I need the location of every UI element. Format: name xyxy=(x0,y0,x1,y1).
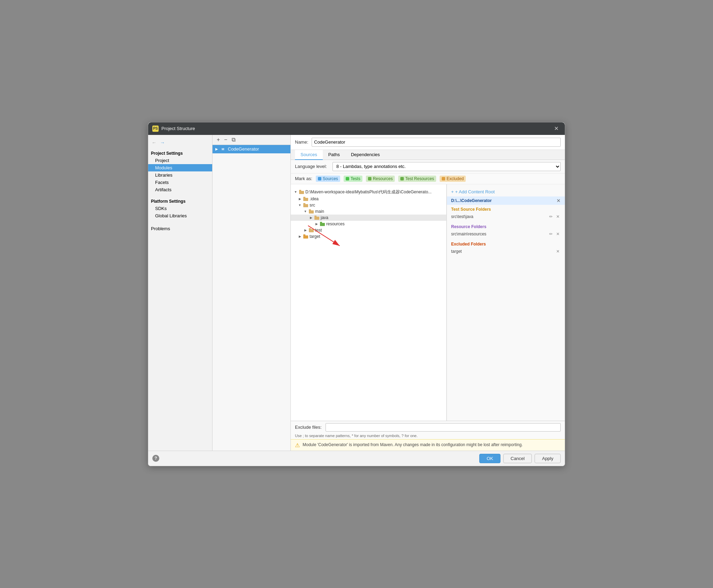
sidebar-item-problems[interactable]: Problems xyxy=(148,225,212,232)
plus-icon: + xyxy=(451,189,454,194)
mark-as-sources-button[interactable]: Sources xyxy=(316,176,340,182)
dialog-body: ← → Project Settings Project Modules Lib… xyxy=(148,135,565,451)
dialog-title: Project Structure xyxy=(161,126,195,131)
mark-as-excluded-button[interactable]: Excluded xyxy=(440,176,466,182)
target-expand-icon: ▶ xyxy=(298,234,302,239)
edit-test-source-button[interactable]: ✏ xyxy=(548,214,554,219)
src-folder-icon xyxy=(303,203,308,207)
tabs-row: Sources Paths Dependencies xyxy=(291,150,565,160)
sidebar-item-project[interactable]: Project xyxy=(148,157,212,164)
src-label: src xyxy=(310,203,315,208)
tree-node-main[interactable]: ▼ main xyxy=(291,208,446,215)
svg-rect-5 xyxy=(303,197,305,198)
sidebar-item-modules[interactable]: Modules xyxy=(148,164,212,171)
sources-badge-label: Sources xyxy=(323,176,338,181)
resources-badge-label: Resources xyxy=(373,176,393,181)
java-expand-icon: ▶ xyxy=(309,216,313,220)
title-bar: PS Project Structure ✕ xyxy=(148,122,565,135)
resources-label: resources xyxy=(326,221,345,226)
right-panel: + + Add Content Root D:\...\CodeGenerato… xyxy=(447,184,565,421)
module-item-codegenerator[interactable]: ▶ M CodeGenerator xyxy=(213,145,290,153)
exclude-files-row: Exclude files: xyxy=(291,421,565,434)
tab-paths[interactable]: Paths xyxy=(323,150,345,160)
ok-button[interactable]: OK xyxy=(479,454,500,463)
close-button[interactable]: ✕ xyxy=(552,124,561,132)
root-expand-icon: ▼ xyxy=(294,190,298,194)
module-list-area: + − ⧉ ▶ M CodeGenerator xyxy=(213,135,291,451)
name-row: Name: xyxy=(291,135,565,150)
remove-test-source-button[interactable]: ✕ xyxy=(555,214,561,219)
resources-dot-icon xyxy=(368,177,371,180)
tree-node-resources[interactable]: ▶ resources xyxy=(291,221,446,227)
remove-module-button[interactable]: − xyxy=(223,136,229,143)
tests-dot-icon xyxy=(346,177,349,180)
test-resources-dot-icon xyxy=(400,177,404,180)
add-content-root-button[interactable]: + + Add Content Root xyxy=(447,187,565,196)
copy-module-button[interactable]: ⧉ xyxy=(230,136,237,143)
content-root-path: D:\...\CodeGenerator xyxy=(451,198,492,203)
tree-node-src[interactable]: ▼ src xyxy=(291,202,446,208)
back-button[interactable]: ← xyxy=(151,139,157,146)
sidebar-item-artifacts[interactable]: Artifacts xyxy=(148,186,212,193)
remove-excluded-button[interactable]: ✕ xyxy=(555,249,561,254)
help-button[interactable]: ? xyxy=(152,455,159,462)
add-content-root-label: + Add Content Root xyxy=(455,189,495,194)
svg-rect-4 xyxy=(303,198,308,201)
main-panel: Name: Sources Paths Dependencies Languag… xyxy=(291,135,565,451)
excluded-entry: target ✕ xyxy=(451,248,561,255)
module-icon: M xyxy=(220,146,226,152)
remove-resource-button[interactable]: ✕ xyxy=(555,231,561,237)
sidebar-item-libraries[interactable]: Libraries xyxy=(148,171,212,179)
add-module-button[interactable]: + xyxy=(215,136,221,143)
resource-entry: src\main\resources ✏ ✕ xyxy=(451,231,561,237)
java-folder-icon xyxy=(314,216,319,220)
edit-resource-button[interactable]: ✏ xyxy=(548,231,554,237)
svg-rect-14 xyxy=(309,229,314,232)
java-label: java xyxy=(321,215,328,220)
sidebar-item-facets[interactable]: Facets xyxy=(148,179,212,186)
idea-expand-icon: ▶ xyxy=(298,197,302,201)
test-folder-icon xyxy=(309,228,314,232)
sidebar-item-sdks[interactable]: SDKs xyxy=(148,205,212,212)
exclude-files-input[interactable] xyxy=(326,423,561,432)
module-label: CodeGenerator xyxy=(228,146,259,152)
mark-as-row: Mark as: Sources Tests Resources xyxy=(291,174,565,184)
apply-button[interactable]: Apply xyxy=(535,454,561,463)
resource-path: src\main\resources xyxy=(451,232,486,236)
tab-sources[interactable]: Sources xyxy=(295,150,323,160)
svg-rect-12 xyxy=(320,223,325,226)
forward-button[interactable]: → xyxy=(159,139,166,146)
exclude-hint: Use ; to separate name patterns, * for a… xyxy=(291,434,565,439)
svg-rect-7 xyxy=(303,203,305,204)
resources-folder-icon xyxy=(320,222,325,226)
bottom-area: Exclude files: Use ; to separate name pa… xyxy=(291,421,565,451)
mark-as-test-resources-button[interactable]: Test Resources xyxy=(398,176,436,182)
name-input[interactable] xyxy=(312,138,561,147)
sidebar-item-global-libraries[interactable]: Global Libraries xyxy=(148,212,212,219)
excluded-path: target xyxy=(451,249,462,254)
content-root-close-button[interactable]: ✕ xyxy=(556,198,561,203)
main-label: main xyxy=(315,209,324,214)
tab-dependencies[interactable]: Dependencies xyxy=(345,150,385,160)
language-level-select[interactable]: 8 - Lambdas, type annotations etc. 11 - … xyxy=(333,162,561,171)
file-tree: ▼ D:\Maven-workspace-idea\MybatisPlus\代码… xyxy=(291,187,446,241)
test-expand-icon: ▶ xyxy=(303,228,307,232)
mark-as-tests-button[interactable]: Tests xyxy=(344,176,362,182)
tree-node-idea[interactable]: ▶ .idea xyxy=(291,196,446,202)
test-source-entry: src\test\java ✏ ✕ xyxy=(451,213,561,220)
project-settings-header: Project Settings xyxy=(148,148,212,157)
tree-node-java[interactable]: ▶ java xyxy=(291,215,446,221)
tree-node-test[interactable]: ▶ test xyxy=(291,227,446,233)
app-icon: PS xyxy=(152,126,159,132)
tree-node-target[interactable]: ▶ target xyxy=(291,233,446,240)
cancel-button[interactable]: Cancel xyxy=(503,454,532,463)
resources-expand-icon: ▶ xyxy=(314,222,319,226)
excluded-folders-section: Excluded Folders target ✕ xyxy=(447,240,565,257)
root-folder-icon xyxy=(299,190,304,194)
warning-text: Module 'CodeGenerator' is imported from … xyxy=(303,442,523,448)
resource-folders-title: Resource Folders xyxy=(451,224,561,229)
svg-rect-3 xyxy=(299,190,301,191)
content-root-header: D:\...\CodeGenerator ✕ xyxy=(447,196,565,205)
tree-root[interactable]: ▼ D:\Maven-workspace-idea\MybatisPlus\代码… xyxy=(291,188,446,196)
mark-as-resources-button[interactable]: Resources xyxy=(366,176,395,182)
